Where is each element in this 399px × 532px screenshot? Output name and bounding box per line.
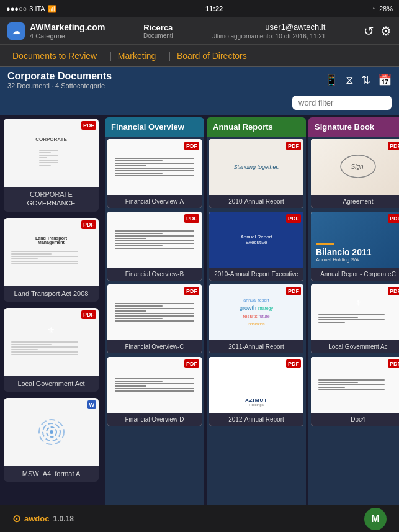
category-header-financial: Financial Overview (105, 117, 204, 137)
category-items-financial: PDF Financial Overview-A PDF F (105, 137, 204, 520)
app-version: 1.0.18 (53, 515, 73, 523)
category-items-annual: Standing together. PDF 2010-Annual Repor… (207, 137, 306, 520)
doc-label-corporate: CORPORATE GOVERNANCE (4, 187, 99, 212)
user-avatar[interactable]: M (364, 508, 387, 530)
list-item[interactable]: PDF Doc4 (311, 357, 399, 426)
cat-doc-label: Financial Overview-A (107, 195, 202, 208)
signal-strength: ●●●○○ (6, 5, 27, 12)
list-item[interactable]: PDF Financial Overview-D (107, 357, 202, 426)
cat-doc-label: Agreement (311, 195, 399, 208)
refresh-button[interactable]: ↺ (364, 24, 374, 38)
calendar-button[interactable]: 📅 (378, 73, 392, 87)
doc-thumb-transport: Land TransportManagement PDF (4, 218, 99, 286)
tab-board-of-directors[interactable]: Board of Directors (162, 45, 253, 66)
list-item[interactable]: Land TransportManagement PDF Land Transp… (4, 218, 99, 302)
category-items-signature: Sign. PDF Agreement Bilancio 2011 An (308, 137, 399, 520)
cat-doc-label: 2010-Annual Report (209, 195, 303, 208)
pdf-badge: PDF (81, 310, 96, 319)
cat-doc-label: Local Government Ac (311, 340, 399, 353)
wifi-icon: 📶 (48, 5, 56, 13)
cat-doc-label: Financial Overview-B (107, 268, 202, 281)
list-item[interactable]: PDF Financial Overview-C (107, 284, 202, 353)
category-annual: Annual Reports Standing together. PDF 20… (207, 117, 306, 520)
signature-icon: Sign. (339, 154, 377, 179)
list-item[interactable]: CORPORATE PDF CORPORATE GOVERNANCE (4, 119, 99, 212)
battery-level: 28% (379, 5, 393, 12)
tab-documents-to-review[interactable]: Documents to Review (6, 45, 103, 66)
carrier: 3 ITA (29, 5, 45, 12)
bottom-bar: ⊙ awdoc 1.0.18 M (0, 505, 399, 532)
tab-marketing[interactable]: Marketing (103, 45, 162, 66)
app-logo-icon: ☁ (7, 22, 25, 40)
cat-doc-label: Financial Overview-C (107, 340, 202, 353)
pdf-badge: PDF (81, 121, 96, 130)
doc-label-transport: Land Transport Act 2008 (4, 286, 99, 302)
toolbar: ☁ AWMarketing.com 4 Categorie Ricerca Do… (0, 17, 399, 45)
category-header-annual: Annual Reports (207, 117, 306, 137)
doc-thumb-local-gov: ⚜ PDF (4, 308, 99, 376)
cat-doc-label: Doc4 (311, 413, 399, 426)
toolbar-center: Ricerca Documenti (143, 23, 173, 39)
cat-doc-label: 2012-Annual Report (209, 413, 303, 426)
cat-doc-label: 2010-Annual Report Executive (209, 268, 303, 281)
sort-button[interactable]: ⇅ (361, 73, 370, 87)
awdoc-logo-icon: ⊙ (12, 513, 20, 525)
section-actions: 📱 ⧖ ⇅ 📅 (325, 73, 392, 87)
list-item[interactable]: Standing together. PDF 2010-Annual Repor… (209, 139, 303, 208)
list-item[interactable]: Annual ReportExecutive PDF 2010-Annual R… (209, 212, 303, 281)
battery-icon: ↑ (372, 5, 375, 12)
cat-doc-label: Financial Overview-D (107, 413, 202, 426)
ricerca-label: Ricerca (143, 23, 173, 32)
cat-doc-label: Annual Report- CorporateC (311, 268, 399, 281)
section-header: Corporate Documents 32 Documenti · 4 Sot… (0, 67, 399, 93)
list-item[interactable]: annual reportgrowth strategyresults futu… (209, 284, 303, 353)
toolbar-icons: ↺ ⚙ (364, 24, 392, 38)
status-left: ●●●○○ 3 ITA 📶 (6, 5, 56, 13)
main-content: CORPORATE PDF CORPORATE GOVERNANCE (0, 115, 399, 523)
list-item[interactable]: Bilancio 2011 Annual Holding S/A PDF Ann… (311, 212, 399, 281)
last-update: Ultimo aggiornamento: 10 ott 2016, 11:21 (211, 33, 325, 40)
pdf-badge: PDF (81, 220, 96, 229)
awdoc-name: awdoc (24, 514, 49, 523)
status-time: 11:22 (205, 5, 223, 12)
filter-button[interactable]: ⧖ (346, 74, 354, 87)
svg-text:Sign.: Sign. (351, 163, 365, 170)
doc-thumb-corporate: CORPORATE PDF (4, 119, 99, 187)
section-sub: 32 Documenti · 4 Sottocategorie (7, 82, 112, 89)
settings-button[interactable]: ⚙ (380, 24, 392, 38)
list-item[interactable]: Sign. PDF Agreement (311, 139, 399, 208)
category-financial: Financial Overview PDF Financial Overvie… (105, 117, 204, 520)
user-name: user1@awtech.it (265, 22, 325, 32)
phone-icon-button[interactable]: 📱 (325, 73, 338, 87)
search-bar (0, 93, 399, 115)
brand-name: AWMarketing.com (30, 22, 105, 32)
list-item[interactable]: AZIMUT Holdings PDF 2012-Annual Report (209, 357, 303, 426)
left-column: CORPORATE PDF CORPORATE GOVERNANCE (0, 115, 102, 523)
list-item[interactable]: W MSW_A4_format A (4, 398, 99, 482)
status-right: ↑ 28% (372, 5, 393, 12)
word-badge: W (87, 400, 97, 409)
word-spiral-icon (33, 413, 70, 451)
app-brand: ⊙ awdoc 1.0.18 (12, 513, 74, 525)
doc-thumb-msw: W (4, 398, 99, 466)
documenti-label: Documenti (143, 32, 173, 39)
category-signature: Signature Book Sign. PDF (308, 117, 399, 520)
brand-sub: 4 Categorie (30, 32, 105, 40)
list-item[interactable]: PDF Financial Overview-A (107, 139, 202, 208)
list-item[interactable]: ⚜ PDF Local Government Ac (311, 284, 399, 353)
cat-doc-label: 2011-Annual Report (209, 340, 303, 353)
nav-tabs: Documents to Review Marketing Board of D… (0, 45, 399, 67)
section-title: Corporate Documents (7, 71, 112, 82)
svg-point-3 (50, 430, 53, 434)
search-input[interactable] (292, 96, 392, 110)
doc-label-local-gov: Local Government Act (4, 376, 99, 392)
right-columns: Financial Overview PDF Financial Overvie… (102, 115, 399, 523)
category-header-signature: Signature Book (308, 117, 399, 137)
doc-label-msw: MSW_A4_format A (4, 466, 99, 482)
status-bar: ●●●○○ 3 ITA 📶 11:22 ↑ 28% (0, 0, 399, 17)
list-item[interactable]: PDF Financial Overview-B (107, 212, 202, 281)
list-item[interactable]: ⚜ PDF Local Government Act (4, 308, 99, 392)
toolbar-brand: AWMarketing.com 4 Categorie (30, 22, 105, 40)
